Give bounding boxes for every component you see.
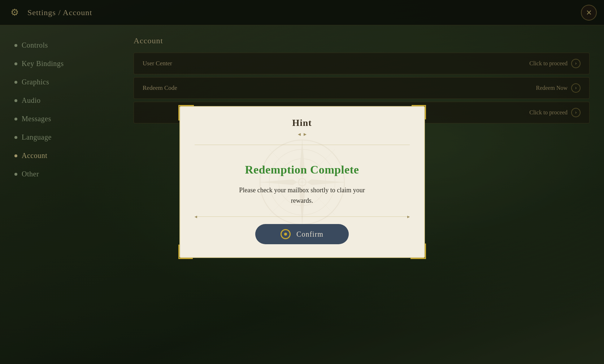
header-decoration: ◂ ▸	[195, 131, 410, 137]
modal-footer: ◂ ◂ Confirm	[195, 216, 410, 244]
left-arrow-icon: ◂	[298, 131, 301, 137]
redemption-description: Please check your mailbox shortly to cla…	[202, 185, 403, 206]
confirm-button-label: Confirm	[296, 230, 323, 238]
modal-body: Redemption Complete Please check your ma…	[195, 156, 410, 217]
modal-overlay: Hint ◂ ▸ Redemption Complete Please chec…	[0, 0, 604, 364]
modal-inner: Hint ◂ ▸ Redemption Complete Please chec…	[179, 106, 425, 258]
modal-header: Hint ◂ ▸	[195, 118, 410, 145]
confirm-button-icon	[281, 229, 291, 239]
modal-title: Hint	[195, 118, 410, 128]
hint-dialog: Hint ◂ ▸ Redemption Complete Please chec…	[179, 106, 425, 258]
confirm-button[interactable]: Confirm	[255, 224, 349, 244]
redemption-title: Redemption Complete	[202, 163, 403, 176]
right-arrow-icon: ▸	[304, 131, 307, 137]
corner-decoration-br	[412, 245, 426, 259]
confirm-button-icon-inner	[284, 233, 287, 236]
